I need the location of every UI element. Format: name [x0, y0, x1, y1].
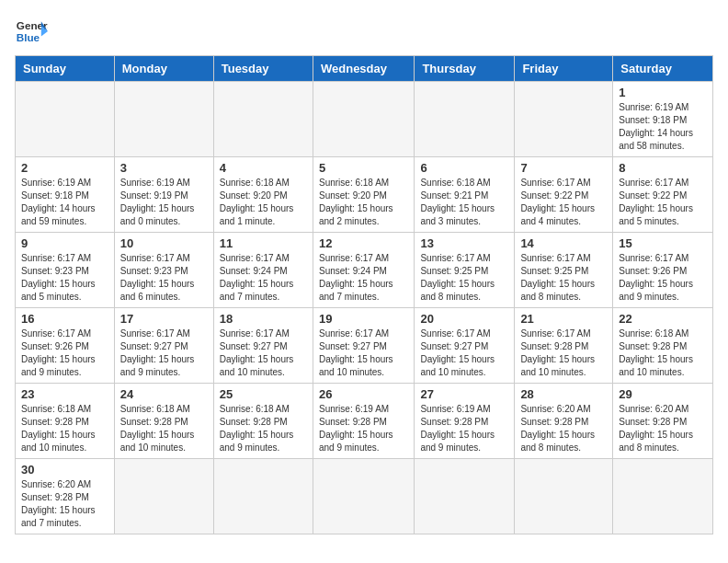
day-number: 5 [319, 161, 408, 175]
day-info: Sunrise: 6:18 AM Sunset: 9:28 PM Dayligh… [619, 327, 707, 379]
day-number: 11 [220, 236, 307, 250]
calendar-day-cell: 6Sunrise: 6:18 AM Sunset: 9:21 PM Daylig… [415, 157, 515, 233]
calendar-day-cell: 30Sunrise: 6:20 AM Sunset: 9:28 PM Dayli… [16, 459, 115, 534]
calendar-day-cell: 5Sunrise: 6:18 AM Sunset: 9:20 PM Daylig… [313, 157, 414, 233]
calendar-day-cell: 10Sunrise: 6:17 AM Sunset: 9:23 PM Dayli… [114, 233, 213, 308]
day-info: Sunrise: 6:20 AM Sunset: 9:28 PM Dayligh… [619, 403, 707, 454]
calendar-day-cell: 18Sunrise: 6:17 AM Sunset: 9:27 PM Dayli… [213, 308, 313, 384]
day-number: 22 [619, 312, 707, 326]
day-number: 14 [520, 236, 607, 250]
day-info: Sunrise: 6:18 AM Sunset: 9:28 PM Dayligh… [21, 403, 108, 454]
header: General Blue [15, 15, 713, 48]
day-info: Sunrise: 6:17 AM Sunset: 9:27 PM Dayligh… [319, 327, 408, 379]
weekday-header-friday: Friday [515, 56, 613, 82]
calendar-week-row: 1Sunrise: 6:19 AM Sunset: 9:18 PM Daylig… [16, 82, 713, 157]
weekday-header-thursday: Thursday [415, 56, 515, 82]
day-info: Sunrise: 6:19 AM Sunset: 9:28 PM Dayligh… [319, 403, 408, 454]
calendar-day-cell: 12Sunrise: 6:17 AM Sunset: 9:24 PM Dayli… [313, 233, 414, 308]
day-info: Sunrise: 6:17 AM Sunset: 9:27 PM Dayligh… [420, 327, 508, 379]
day-info: Sunrise: 6:20 AM Sunset: 9:28 PM Dayligh… [21, 478, 108, 530]
day-number: 21 [520, 312, 607, 326]
logo-icon: General Blue [15, 15, 48, 48]
day-number: 25 [220, 387, 307, 401]
calendar-day-cell: 7Sunrise: 6:17 AM Sunset: 9:22 PM Daylig… [515, 157, 613, 233]
day-info: Sunrise: 6:17 AM Sunset: 9:27 PM Dayligh… [220, 327, 307, 379]
day-number: 18 [220, 312, 307, 326]
weekday-header-tuesday: Tuesday [213, 56, 313, 82]
calendar-day-cell: 27Sunrise: 6:19 AM Sunset: 9:28 PM Dayli… [415, 384, 515, 459]
day-info: Sunrise: 6:17 AM Sunset: 9:27 PM Dayligh… [120, 327, 208, 379]
weekday-header-monday: Monday [114, 56, 213, 82]
calendar-day-cell [515, 459, 613, 534]
day-info: Sunrise: 6:18 AM Sunset: 9:20 PM Dayligh… [319, 177, 408, 228]
calendar-week-row: 9Sunrise: 6:17 AM Sunset: 9:23 PM Daylig… [16, 233, 713, 308]
day-number: 30 [21, 463, 108, 477]
calendar-day-cell: 9Sunrise: 6:17 AM Sunset: 9:23 PM Daylig… [16, 233, 115, 308]
day-number: 20 [420, 312, 508, 326]
day-number: 26 [319, 387, 408, 401]
calendar-day-cell: 25Sunrise: 6:18 AM Sunset: 9:28 PM Dayli… [213, 384, 313, 459]
day-info: Sunrise: 6:17 AM Sunset: 9:23 PM Dayligh… [120, 252, 208, 304]
day-info: Sunrise: 6:17 AM Sunset: 9:22 PM Dayligh… [619, 177, 707, 228]
day-info: Sunrise: 6:18 AM Sunset: 9:21 PM Dayligh… [420, 177, 508, 228]
calendar-day-cell: 17Sunrise: 6:17 AM Sunset: 9:27 PM Dayli… [114, 308, 213, 384]
calendar-day-cell: 24Sunrise: 6:18 AM Sunset: 9:28 PM Dayli… [114, 384, 213, 459]
calendar-day-cell: 11Sunrise: 6:17 AM Sunset: 9:24 PM Dayli… [213, 233, 313, 308]
weekday-header-row: SundayMondayTuesdayWednesdayThursdayFrid… [16, 56, 713, 82]
day-number: 23 [21, 387, 108, 401]
day-info: Sunrise: 6:19 AM Sunset: 9:28 PM Dayligh… [420, 403, 508, 454]
day-number: 13 [420, 236, 508, 250]
calendar-day-cell [114, 82, 213, 157]
calendar-week-row: 30Sunrise: 6:20 AM Sunset: 9:28 PM Dayli… [16, 459, 713, 534]
day-number: 4 [220, 161, 307, 175]
day-info: Sunrise: 6:17 AM Sunset: 9:23 PM Dayligh… [21, 252, 108, 304]
logo: General Blue [15, 15, 48, 48]
calendar-day-cell [213, 459, 313, 534]
calendar-table: SundayMondayTuesdayWednesdayThursdayFrid… [15, 55, 713, 534]
day-number: 19 [319, 312, 408, 326]
day-info: Sunrise: 6:19 AM Sunset: 9:18 PM Dayligh… [619, 101, 707, 153]
day-number: 15 [619, 236, 707, 250]
calendar-day-cell: 3Sunrise: 6:19 AM Sunset: 9:19 PM Daylig… [114, 157, 213, 233]
calendar-day-cell [613, 459, 713, 534]
day-info: Sunrise: 6:17 AM Sunset: 9:28 PM Dayligh… [520, 327, 607, 379]
calendar-day-cell: 4Sunrise: 6:18 AM Sunset: 9:20 PM Daylig… [213, 157, 313, 233]
day-number: 29 [619, 387, 707, 401]
calendar-day-cell [16, 82, 115, 157]
calendar-day-cell: 14Sunrise: 6:17 AM Sunset: 9:25 PM Dayli… [515, 233, 613, 308]
calendar-week-row: 2Sunrise: 6:19 AM Sunset: 9:18 PM Daylig… [16, 157, 713, 233]
day-info: Sunrise: 6:17 AM Sunset: 9:25 PM Dayligh… [520, 252, 607, 304]
day-number: 8 [619, 161, 707, 175]
day-info: Sunrise: 6:17 AM Sunset: 9:22 PM Dayligh… [520, 177, 607, 228]
day-info: Sunrise: 6:17 AM Sunset: 9:26 PM Dayligh… [619, 252, 707, 304]
calendar-week-row: 23Sunrise: 6:18 AM Sunset: 9:28 PM Dayli… [16, 384, 713, 459]
calendar-day-cell: 2Sunrise: 6:19 AM Sunset: 9:18 PM Daylig… [16, 157, 115, 233]
calendar-day-cell: 23Sunrise: 6:18 AM Sunset: 9:28 PM Dayli… [16, 384, 115, 459]
day-info: Sunrise: 6:19 AM Sunset: 9:18 PM Dayligh… [21, 177, 108, 228]
calendar-day-cell: 22Sunrise: 6:18 AM Sunset: 9:28 PM Dayli… [613, 308, 713, 384]
calendar-day-cell [415, 82, 515, 157]
day-number: 16 [21, 312, 108, 326]
calendar-day-cell [114, 459, 213, 534]
calendar-day-cell: 21Sunrise: 6:17 AM Sunset: 9:28 PM Dayli… [515, 308, 613, 384]
day-info: Sunrise: 6:17 AM Sunset: 9:25 PM Dayligh… [420, 252, 508, 304]
day-number: 6 [420, 161, 508, 175]
calendar-day-cell: 13Sunrise: 6:17 AM Sunset: 9:25 PM Dayli… [415, 233, 515, 308]
calendar-day-cell: 26Sunrise: 6:19 AM Sunset: 9:28 PM Dayli… [313, 384, 414, 459]
day-info: Sunrise: 6:17 AM Sunset: 9:24 PM Dayligh… [220, 252, 307, 304]
calendar-day-cell [213, 82, 313, 157]
svg-text:Blue: Blue [17, 31, 40, 43]
day-info: Sunrise: 6:20 AM Sunset: 9:28 PM Dayligh… [520, 403, 607, 454]
calendar-day-cell [415, 459, 515, 534]
calendar-day-cell: 28Sunrise: 6:20 AM Sunset: 9:28 PM Dayli… [515, 384, 613, 459]
day-info: Sunrise: 6:19 AM Sunset: 9:19 PM Dayligh… [120, 177, 208, 228]
calendar-day-cell: 1Sunrise: 6:19 AM Sunset: 9:18 PM Daylig… [613, 82, 713, 157]
day-info: Sunrise: 6:18 AM Sunset: 9:28 PM Dayligh… [120, 403, 208, 454]
weekday-header-sunday: Sunday [16, 56, 115, 82]
day-info: Sunrise: 6:17 AM Sunset: 9:24 PM Dayligh… [319, 252, 408, 304]
weekday-header-wednesday: Wednesday [313, 56, 414, 82]
calendar-week-row: 16Sunrise: 6:17 AM Sunset: 9:26 PM Dayli… [16, 308, 713, 384]
day-info: Sunrise: 6:17 AM Sunset: 9:26 PM Dayligh… [21, 327, 108, 379]
day-number: 28 [520, 387, 607, 401]
weekday-header-saturday: Saturday [613, 56, 713, 82]
